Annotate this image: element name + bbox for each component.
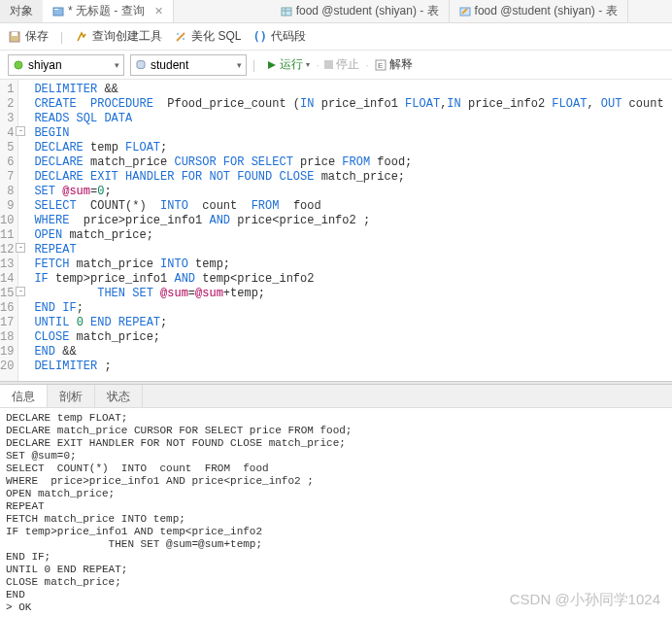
- line-number: 14: [0, 272, 14, 287]
- code-line[interactable]: DECLARE EXIT HANDLER FOR NOT FOUND CLOSE…: [34, 170, 672, 185]
- code-line[interactable]: DECLARE match_price CURSOR FOR SELECT pr…: [34, 155, 672, 170]
- code-line[interactable]: CREATE PROCEDURE Pfood_price_count (IN p…: [34, 97, 672, 112]
- tab-food-table-1[interactable]: food @student (shiyan) - 表: [271, 0, 450, 22]
- fold-toggle[interactable]: -: [16, 243, 25, 253]
- line-number: 8: [0, 185, 14, 199]
- save-icon: [8, 30, 21, 44]
- line-number: 18: [0, 330, 14, 345]
- save-button[interactable]: 保存: [8, 28, 49, 45]
- db-icon: [135, 59, 147, 71]
- beautify-sql-button[interactable]: 美化 SQL: [174, 28, 241, 45]
- svg-rect-7: [12, 32, 17, 36]
- connection-select[interactable]: shiyan▾: [8, 54, 124, 76]
- design-icon: [459, 6, 471, 17]
- code-line[interactable]: IF temp>price_info1 AND temp<price_info2: [34, 272, 672, 287]
- svg-rect-1: [54, 9, 58, 10]
- line-number: 11: [0, 228, 14, 243]
- fold-toggle[interactable]: -: [16, 287, 25, 296]
- tab-food-table-2[interactable]: food @student (shiyan) - 表: [450, 0, 628, 22]
- code-line[interactable]: SET @sum=0;: [34, 185, 672, 199]
- output-panel: DECLARE temp FLOAT; DECLARE match_price …: [0, 408, 672, 612]
- line-gutter: 1234-56789101112-131415-1617181920: [0, 80, 18, 381]
- line-number: 9: [0, 199, 14, 214]
- line-number: 17: [0, 316, 14, 330]
- plug-icon: [13, 59, 24, 71]
- line-number: 12-: [0, 243, 14, 257]
- svg-point-8: [177, 33, 179, 35]
- tab-objects[interactable]: 对象: [0, 0, 43, 22]
- line-number: 13: [0, 257, 14, 272]
- play-icon: [267, 60, 277, 70]
- line-number: 16: [0, 301, 14, 316]
- code-line[interactable]: DELIMITER ;: [34, 360, 672, 374]
- code-area[interactable]: DELIMITER &&CREATE PROCEDURE Pfood_price…: [18, 80, 672, 381]
- code-line[interactable]: END &&: [34, 345, 672, 360]
- line-number: 15-: [0, 287, 14, 301]
- svg-point-10: [15, 61, 22, 69]
- schema-select[interactable]: student▾: [130, 54, 247, 76]
- code-line[interactable]: END IF;: [34, 301, 672, 316]
- line-number: 3: [0, 112, 14, 126]
- code-line[interactable]: SELECT COUNT(*) INTO count FROM food: [34, 199, 672, 214]
- code-line[interactable]: OPEN match_price;: [34, 228, 672, 243]
- result-tab-info[interactable]: 信息: [0, 385, 48, 407]
- close-icon[interactable]: ✕: [154, 5, 163, 17]
- result-tab-status[interactable]: 状态: [95, 385, 143, 407]
- code-line[interactable]: REPEAT: [34, 243, 672, 257]
- chevron-down-icon: ▾: [237, 60, 242, 70]
- svg-text:E: E: [378, 61, 383, 70]
- connection-row: shiyan▾ student▾ | 运行 ▾ · 停止 · E 解释: [0, 51, 672, 80]
- table-icon: [281, 6, 292, 17]
- code-line[interactable]: THEN SET @sum=@sum+temp;: [34, 287, 672, 301]
- code-line[interactable]: WHERE price>price_info1 AND price<price_…: [34, 214, 672, 228]
- sql-editor[interactable]: 1234-56789101112-131415-1617181920 DELIM…: [0, 80, 672, 381]
- code-line[interactable]: UNTIL 0 END REPEAT;: [34, 316, 672, 330]
- editor-tabs: 对象 * 无标题 - 查询 ✕ food @student (shiyan) -…: [0, 0, 672, 23]
- stop-button: 停止: [324, 56, 359, 73]
- fold-toggle[interactable]: -: [16, 126, 25, 136]
- svg-rect-2: [282, 8, 291, 16]
- query-icon: [52, 6, 64, 17]
- explain-icon: E: [375, 59, 386, 71]
- explain-button[interactable]: E 解释: [375, 56, 413, 73]
- svg-rect-12: [324, 60, 333, 69]
- parens-icon: (): [252, 30, 266, 44]
- svg-point-9: [183, 38, 185, 40]
- code-line[interactable]: CLOSE match_price;: [34, 330, 672, 345]
- result-tab-profile[interactable]: 剖析: [48, 385, 95, 407]
- toolbar: 保存 | 查询创建工具 美化 SQL () 代码段: [0, 23, 672, 51]
- line-number: 1: [0, 83, 14, 97]
- run-button[interactable]: 运行 ▾: [267, 56, 310, 73]
- code-snippet-button[interactable]: () 代码段: [252, 28, 305, 45]
- result-tabs: 信息 剖析 状态: [0, 385, 672, 408]
- line-number: 5: [0, 141, 14, 155]
- code-line[interactable]: READS SQL DATA: [34, 112, 672, 126]
- tab-label: food @student (shiyan) - 表: [475, 3, 618, 19]
- tab-label: * 无标题 - 查询: [68, 3, 145, 19]
- code-line[interactable]: DELIMITER &&: [34, 83, 672, 97]
- wand-icon: [174, 30, 187, 44]
- stop-icon: [324, 60, 333, 69]
- line-number: 19: [0, 345, 14, 360]
- line-number: 7: [0, 170, 14, 185]
- chevron-down-icon: ▾: [306, 60, 310, 69]
- line-number: 20: [0, 360, 14, 374]
- chevron-down-icon: ▾: [115, 60, 119, 70]
- code-line[interactable]: DECLARE temp FLOAT;: [34, 141, 672, 155]
- query-builder-button[interactable]: 查询创建工具: [75, 28, 162, 45]
- line-number: 10: [0, 214, 14, 228]
- tab-label: food @student (shiyan) - 表: [296, 3, 439, 19]
- line-number: 2: [0, 97, 14, 112]
- code-line[interactable]: FETCH match_price INTO temp;: [34, 257, 672, 272]
- tab-query-active[interactable]: * 无标题 - 查询 ✕: [43, 0, 174, 22]
- line-number: 4-: [0, 126, 14, 141]
- builder-icon: [75, 30, 88, 44]
- line-number: 6: [0, 155, 14, 170]
- code-line[interactable]: BEGIN: [34, 126, 672, 141]
